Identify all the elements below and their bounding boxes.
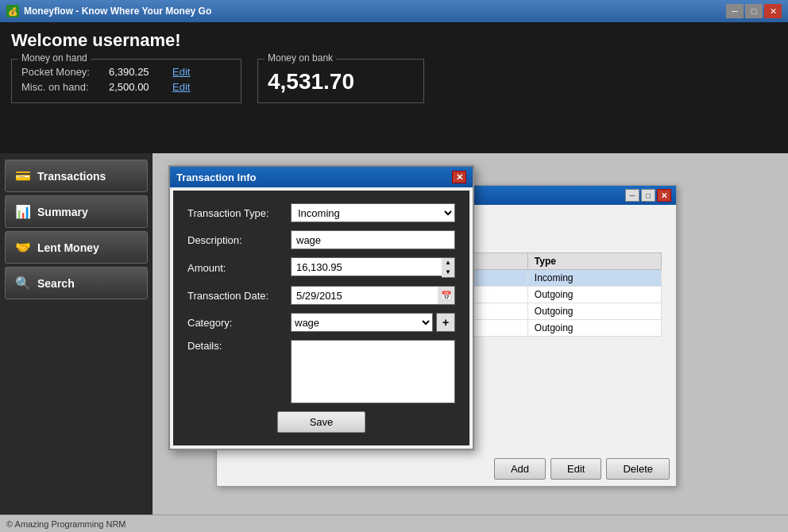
main-content: Transactions ─ □ ✕ details Type (153, 153, 788, 515)
amount-up-button[interactable]: ▲ (442, 258, 454, 268)
sidebar: 💳 Transactions 📊 Summary 🤝 Lent Money 🔍 … (0, 153, 153, 515)
details-textarea[interactable] (291, 340, 455, 403)
row-type: Outgoing (527, 287, 661, 303)
status-text: © Amazing Programming NRM (6, 519, 126, 529)
money-panels: Money on hand Pocket Money: 6,390.25 Edi… (11, 59, 777, 103)
transactions-close-btn[interactable]: ✕ (657, 189, 671, 202)
row-type: Outgoing (527, 303, 661, 320)
transaction-type-label: Transaction Type: (187, 207, 291, 219)
description-row: Description: (187, 230, 455, 249)
transactions-maximize-btn[interactable]: □ (641, 189, 655, 202)
misc-on-hand-value: 2,500.00 (109, 81, 172, 93)
sidebar-item-lent-money[interactable]: 🤝 Lent Money (5, 231, 148, 264)
minimize-button[interactable]: ─ (726, 4, 744, 18)
category-wrapper: wage salary other + (291, 313, 455, 332)
summary-label: Summary (37, 206, 88, 218)
category-row: Category: wage salary other + (187, 313, 455, 332)
dialog-title: Transaction Info (176, 172, 256, 183)
description-input[interactable] (291, 230, 455, 249)
transaction-type-select[interactable]: Incoming Outgoing (291, 203, 455, 222)
transactions-icon: 💳 (15, 168, 31, 183)
sidebar-item-search[interactable]: 🔍 Search (5, 267, 148, 299)
pocket-money-value: 6,390.25 (109, 66, 172, 78)
transaction-date-label: Transaction Date: (187, 290, 291, 302)
col-type: Type (527, 253, 661, 270)
misc-edit[interactable]: Edit (172, 81, 190, 93)
transaction-info-dialog: Transaction Info ✕ Transaction Type: Inc… (168, 165, 474, 450)
summary-icon: 📊 (15, 204, 31, 219)
amount-label: Amount: (187, 262, 291, 274)
description-label: Description: (187, 234, 291, 246)
transaction-date-row: Transaction Date: 📅 (187, 286, 455, 305)
row-type: Outgoing (527, 320, 661, 337)
app-header: Welcome username! Money on hand Pocket M… (0, 22, 788, 153)
bank-amount: 4,531.70 (268, 66, 414, 94)
transactions-label: Transactions (37, 170, 106, 183)
content-area: 💳 Transactions 📊 Summary 🤝 Lent Money 🔍 … (0, 153, 788, 515)
delete-button[interactable]: Delete (606, 458, 670, 480)
search-label: Search (37, 277, 75, 290)
details-label: Details: (187, 340, 291, 352)
amount-input[interactable] (291, 257, 442, 276)
date-wrapper: 📅 (291, 286, 455, 305)
pocket-money-row: Pocket Money: 6,390.25 Edit (21, 66, 231, 78)
money-on-hand-panel: Money on hand Pocket Money: 6,390.25 Edi… (11, 59, 241, 103)
misc-on-hand-label: Misc. on hand: (21, 81, 109, 93)
sidebar-item-transactions[interactable]: 💳 Transactions (5, 160, 148, 192)
money-on-bank-label: Money on bank (265, 52, 336, 64)
lent-money-icon: 🤝 (15, 240, 31, 255)
transaction-type-row: Transaction Type: Incoming Outgoing (187, 203, 455, 222)
money-on-bank-panel: Money on bank 4,531.70 (257, 59, 424, 103)
app-icon: 💰 (6, 5, 19, 17)
calendar-button[interactable]: 📅 (438, 286, 455, 305)
search-icon: 🔍 (15, 276, 31, 291)
amount-wrapper: ▲ ▼ (291, 257, 455, 278)
add-button[interactable]: Add (494, 458, 546, 480)
transactions-window-controls: ─ □ ✕ (625, 189, 671, 202)
edit-button[interactable]: Edit (550, 458, 601, 480)
money-on-hand-label: Money on hand (18, 52, 91, 64)
pocket-money-edit[interactable]: Edit (172, 66, 190, 78)
dialog-close-button[interactable]: ✕ (452, 171, 466, 183)
window-title: Moneyflow - Know Where Your Money Go (24, 6, 211, 17)
category-label: Category: (187, 317, 291, 329)
status-bar: © Amazing Programming NRM (0, 515, 788, 532)
amount-down-button[interactable]: ▼ (442, 268, 454, 277)
transactions-minimize-btn[interactable]: ─ (625, 189, 639, 202)
misc-on-hand-row: Misc. on hand: 2,500.00 Edit (21, 81, 231, 93)
row-type: Incoming (527, 270, 661, 287)
close-button[interactable]: ✕ (764, 4, 782, 18)
category-select[interactable]: wage salary other (291, 313, 433, 332)
date-input[interactable] (291, 286, 438, 305)
amount-row: Amount: ▲ ▼ (187, 257, 455, 278)
dialog-titlebar: Transaction Info ✕ (170, 167, 473, 187)
category-add-button[interactable]: + (436, 313, 455, 332)
maximize-button[interactable]: □ (745, 4, 763, 18)
save-row: Save (187, 411, 455, 433)
title-bar: 💰 Moneyflow - Know Where Your Money Go ─… (0, 0, 788, 22)
details-row: Details: (187, 340, 455, 403)
sidebar-item-summary[interactable]: 📊 Summary (5, 195, 148, 228)
amount-spinner: ▲ ▼ (442, 257, 455, 278)
dialog-body: Transaction Type: Incoming Outgoing Desc… (173, 191, 469, 445)
welcome-title: Welcome username! (11, 30, 777, 51)
pocket-money-label: Pocket Money: (21, 66, 109, 78)
transactions-footer: Add Edit Delete (494, 458, 670, 480)
lent-money-label: Lent Money (37, 241, 99, 254)
window-controls: ─ □ ✕ (726, 4, 782, 18)
save-button[interactable]: Save (277, 411, 366, 433)
